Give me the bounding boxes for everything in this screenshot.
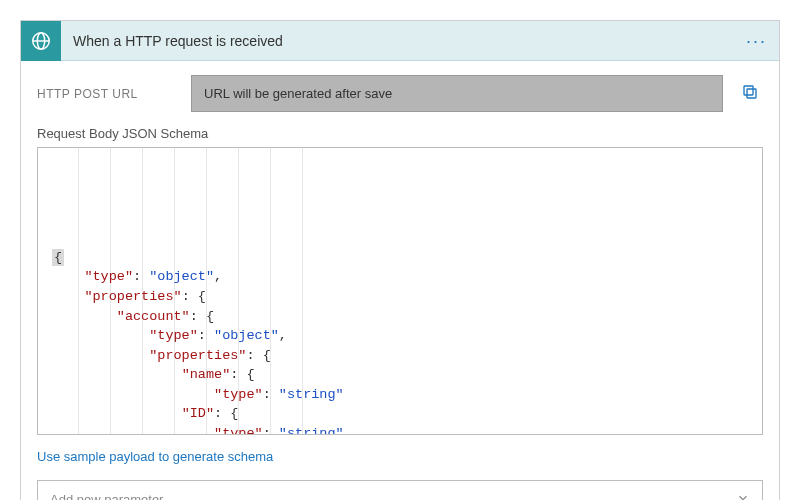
add-parameter-placeholder: Add new parameter <box>50 492 163 500</box>
url-label: HTTP POST URL <box>37 87 177 101</box>
code-line: "type": "object", <box>44 267 756 287</box>
code-line: "ID": { <box>44 404 756 424</box>
card-menu-button[interactable]: ··· <box>746 32 779 50</box>
sample-payload-link[interactable]: Use sample payload to generate schema <box>37 449 763 464</box>
trigger-card: When a HTTP request is received ··· HTTP… <box>20 20 780 500</box>
code-line: "type": "string" <box>44 385 756 405</box>
code-line: "account": { <box>44 307 756 327</box>
card-header: When a HTTP request is received ··· <box>21 21 779 61</box>
svg-rect-3 <box>747 89 756 98</box>
schema-label: Request Body JSON Schema <box>37 126 763 141</box>
url-row: HTTP POST URL URL will be generated afte… <box>37 75 763 112</box>
card-title: When a HTTP request is received <box>61 33 746 49</box>
copy-icon[interactable] <box>737 79 763 108</box>
card-body: HTTP POST URL URL will be generated afte… <box>21 61 779 500</box>
code-line: "properties": { <box>44 346 756 366</box>
svg-rect-4 <box>744 86 753 95</box>
code-line: "properties": { <box>44 287 756 307</box>
chevron-down-icon <box>736 491 750 500</box>
code-line: { <box>44 248 756 268</box>
code-line: "name": { <box>44 365 756 385</box>
code-line: "type": "string" <box>44 424 756 435</box>
code-line: "type": "object", <box>44 326 756 346</box>
schema-editor[interactable]: { "type": "object", "properties": { "acc… <box>37 147 763 435</box>
url-field: URL will be generated after save <box>191 75 723 112</box>
globe-icon <box>21 21 61 61</box>
add-parameter-select[interactable]: Add new parameter <box>37 480 763 500</box>
